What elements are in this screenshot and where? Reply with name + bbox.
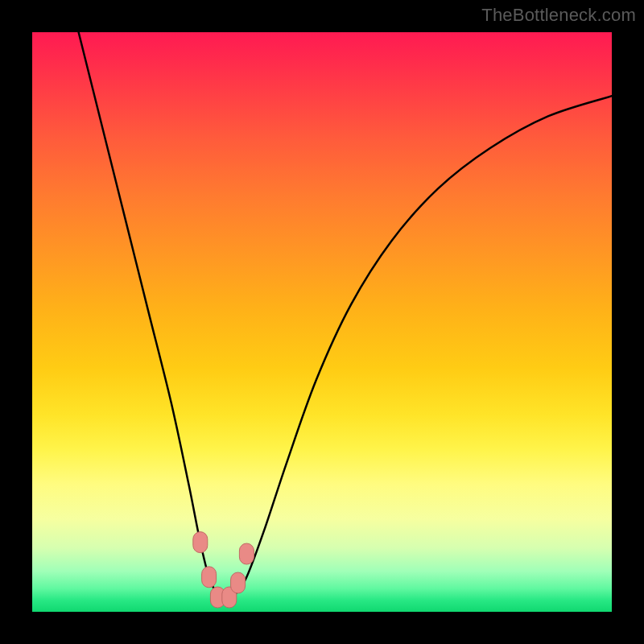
curve-layer [32, 32, 612, 612]
chart-frame: TheBottleneck.com [0, 0, 644, 644]
plot-area [32, 32, 612, 612]
curve-markers [193, 532, 254, 608]
curve-marker [231, 572, 246, 593]
curve-marker [193, 532, 208, 553]
bottleneck-curve [79, 32, 612, 601]
curve-marker [239, 543, 254, 564]
curve-marker [202, 567, 217, 588]
watermark-text: TheBottleneck.com [481, 5, 636, 26]
